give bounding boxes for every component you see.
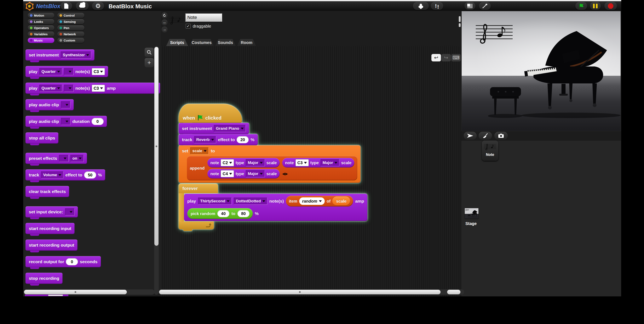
rotation-free-button[interactable] [162,13,168,18]
effect-dropdown[interactable] [59,155,68,162]
variadic-arrows[interactable]: ◀▶ [282,172,354,176]
scale-type-dropdown[interactable]: Major [320,159,340,166]
scripts-horizontal-scrollbar[interactable] [159,290,440,294]
corral-sprite-note[interactable]: Note [482,140,498,161]
variable-dropdown[interactable]: scale [190,147,209,154]
undo-button[interactable]: ↩ [432,54,441,61]
rotation-left-right-button[interactable]: ↔ [162,20,168,25]
fullscreen-button[interactable] [479,2,491,10]
palette-vertical-scrollbar[interactable] [154,47,158,246]
palette-block-play-audio-clip[interactable]: play audio clip [26,99,74,110]
clip-dropdown[interactable] [61,118,70,125]
block-append[interactable]: append note C2 type Major scale [187,156,357,180]
scale-type-dropdown[interactable]: Major [246,159,265,166]
category-variables[interactable]: Variables [28,32,54,37]
pitch-dropdown[interactable]: C2 [221,159,234,166]
duration-dropdown[interactable]: Quarter [39,68,62,75]
category-looks[interactable]: Looks [28,19,54,24]
cloud-menu-button[interactable] [76,2,89,10]
duration-dropdown[interactable]: ThirtySecond [198,198,232,205]
palette-block-record-output-for[interactable]: record output for 0 seconds [26,256,101,267]
palette-block-play-notes-amp[interactable]: play Quarter note(s) C3 amp [26,83,160,94]
camera-sprite-button[interactable] [494,132,508,140]
scripts-vertical-scrollbar[interactable] [459,16,460,22]
netsblox-logo[interactable]: NetsBlox [25,2,60,11]
new-sprite-button[interactable] [464,132,476,140]
palette-horizontal-scrollbar[interactable] [24,290,127,294]
hat-block-when-flag-clicked[interactable]: when clicked [178,104,242,123]
sprite-name-input[interactable] [185,13,222,22]
variable-reporter-scale[interactable]: scale [332,197,350,206]
scale-type-dropdown[interactable]: Major [246,170,265,177]
tab-scripts[interactable]: Scripts [166,39,188,46]
category-network[interactable]: Network [58,32,84,37]
record-seconds-input[interactable]: 0 [66,258,78,265]
keyboard-entry-button[interactable]: ⌨ [451,54,461,61]
note-dropdown[interactable]: C3 [92,85,105,92]
instrument-dropdown[interactable]: Synthesizer [61,52,92,59]
dots-dropdown[interactable] [64,85,74,92]
palette-block-set-input-device[interactable]: set input device: [26,206,78,218]
random-max-input[interactable]: 80 [238,210,250,217]
category-sensing[interactable]: Sensing [58,19,84,24]
block-set-variable[interactable]: set scale to append note C2 type [178,145,360,183]
category-motion[interactable]: Motion [28,13,54,18]
tab-sounds[interactable]: Sounds [215,39,236,46]
settings-menu-button[interactable]: ⚙ [92,2,104,10]
duration-input[interactable]: 0 [92,118,104,125]
community-button[interactable] [413,2,429,10]
index-dropdown[interactable]: random [299,197,325,205]
green-flag-button[interactable] [576,2,587,10]
palette-block-play-audio-clip-duration[interactable]: play audio clip duration 0 [26,116,107,127]
redo-button[interactable]: ↪ [441,54,451,61]
effect-value-input[interactable]: 20 [237,136,249,143]
block-note-c4[interactable]: note C4 type Major scale [208,169,280,179]
category-custom[interactable]: Custom [58,38,84,43]
pause-button[interactable] [590,2,601,10]
stop-button[interactable] [604,2,617,10]
palette-block-preset-effects[interactable]: preset effects on [26,153,87,164]
stage-size-button[interactable] [464,2,475,10]
clip-dropdown[interactable] [61,101,70,108]
block-forever[interactable]: forever play ThirtySecond DottedDot [178,184,368,229]
note-dropdown[interactable]: C3 [92,68,105,75]
track-effect-dropdown[interactable]: Volume [41,172,64,179]
input-device-dropdown[interactable] [65,208,74,215]
dots-dropdown[interactable] [64,68,74,75]
block-note-c2[interactable]: note C2 type Major scale [208,158,280,168]
palette-block-stop-recording[interactable]: stop recording [26,273,62,284]
corral-stage-thumbnail[interactable] [465,208,478,219]
scrollbar-end-cap[interactable] [447,290,460,294]
stage[interactable] [462,11,620,131]
tab-costumes[interactable]: Costumes [190,39,214,46]
block-play-notes-amp[interactable]: play ThirtySecond DottedDotted note(s) i… [184,194,368,221]
random-min-input[interactable]: 40 [217,210,230,217]
palette-block-track-effect[interactable]: track Volume effect to 50 % [26,169,105,181]
instrument-dropdown[interactable]: Grand Piano [214,125,246,132]
on-off-dropdown[interactable]: on [70,155,84,162]
file-menu-button[interactable] [60,2,72,10]
notifications-button[interactable]: ! ! [431,2,443,10]
palette-block-play-notes[interactable]: play Quarter note(s) C3 [26,66,108,77]
category-pen[interactable]: Pen [58,25,84,31]
palette-block-start-recording-output[interactable]: start recording output [26,240,78,251]
duration-dropdown[interactable]: Quarter [39,85,62,92]
block-pick-random[interactable]: pick random 40 to 80 [187,208,253,219]
pitch-dropdown[interactable]: C4 [221,170,234,177]
tab-room[interactable]: Room [237,39,256,46]
note-sprite-on-stage[interactable] [474,20,514,46]
track-effect-dropdown[interactable]: Reverb [194,136,216,143]
draggable-checkbox[interactable]: ✓ [186,24,191,29]
block-track-effect[interactable]: track Reverb effect to 20 % [178,134,258,145]
block-set-instrument[interactable]: set instrument Grand Piano [178,123,249,134]
effect-value-input[interactable]: 50 [84,172,96,179]
palette-block-stop-all-clips[interactable]: stop all clips [26,132,58,144]
dots-dropdown[interactable]: DottedDotted [234,198,267,205]
palette-block-set-instrument[interactable]: set instrument Synthesizer [26,49,94,61]
paint-sprite-button[interactable] [479,132,492,140]
block-item-of-list[interactable]: item random of scale [286,196,353,207]
palette-block-start-recording-input[interactable]: start recording input [26,223,74,234]
block-note-c3[interactable]: note C3 type Major scale [282,158,354,168]
category-control[interactable]: Control [58,13,84,18]
scripts-canvas[interactable]: ↩ ↪ ⌨ when clicked set instrument Grand … [161,46,461,296]
